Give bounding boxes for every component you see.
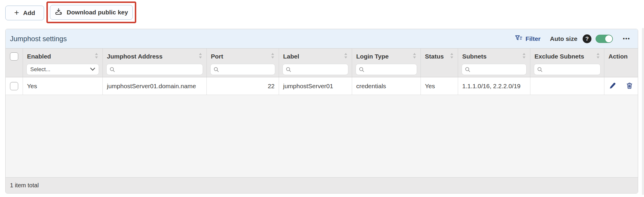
header-cell-action: Action	[604, 49, 638, 77]
column-label-label: Label	[283, 53, 299, 60]
column-label-enabled: Enabled	[27, 53, 51, 60]
download-button-label: Download public key	[67, 9, 128, 16]
sort-icon[interactable]	[450, 52, 454, 61]
header-cell-status: Status	[421, 49, 458, 77]
sort-icon[interactable]	[522, 52, 526, 61]
cell-status: Yes	[421, 77, 458, 95]
delete-button[interactable]	[625, 81, 634, 91]
port-filter-input[interactable]	[210, 64, 275, 75]
header-cell-label: Label	[279, 49, 352, 77]
filter-icon	[515, 34, 522, 43]
header-cell-jumphost-address: Jumphost Address	[103, 49, 207, 77]
autosize-toggle[interactable]	[596, 35, 613, 43]
sort-icon[interactable]	[344, 52, 348, 61]
sort-icon[interactable]	[271, 52, 275, 61]
column-label-port: Port	[211, 53, 223, 60]
cell-subnets: 1.1.1.0/16, 2.2.2.0/19	[458, 77, 530, 95]
cell-enabled: Yes	[23, 77, 103, 95]
exclude-subnets-filter-input[interactable]	[534, 64, 601, 75]
add-button-label: Add	[23, 9, 35, 16]
cell-label: jumphostServer01	[279, 77, 352, 95]
plus-icon: +	[14, 9, 19, 17]
header-cell-port: Port	[207, 49, 279, 77]
more-menu-icon[interactable]: •••	[623, 36, 630, 42]
header-cell-exclude-subnets: Exclude Subnets	[530, 49, 604, 77]
subnets-filter-input[interactable]	[462, 64, 527, 75]
table-empty-body	[6, 95, 638, 177]
header-cell-login-type: Login Type	[352, 49, 421, 77]
panel-titlebar: Jumphost settings Filter Auto size ?	[6, 29, 638, 48]
download-public-key-button[interactable]: Download public key	[50, 5, 133, 20]
select-placeholder: Select...	[30, 66, 51, 73]
table-header-row: Enabled Select... Jumphost Ad	[6, 48, 638, 77]
help-icon[interactable]: ?	[583, 34, 591, 43]
column-label-action: Action	[608, 53, 628, 60]
column-label-status: Status	[425, 53, 444, 60]
enabled-filter-select[interactable]: Select...	[26, 64, 99, 75]
cell-login-type: credentials	[352, 77, 421, 95]
sort-icon[interactable]	[199, 52, 202, 61]
page-scrollbar[interactable]	[642, 28, 644, 195]
autosize-label: Auto size	[550, 35, 577, 42]
table-row: Yes jumphostServer01.domain.name 22 jump…	[6, 77, 638, 95]
pencil-icon	[609, 82, 616, 90]
titlebar-controls: Filter Auto size ? •••	[515, 34, 630, 43]
header-cell-subnets: Subnets	[458, 49, 530, 77]
row-checkbox[interactable]	[10, 82, 18, 90]
column-label-login-type: Login Type	[356, 53, 389, 60]
chevron-down-icon	[90, 67, 95, 72]
toggle-knob	[605, 35, 612, 42]
column-label-exclude-subnets: Exclude Subnets	[534, 53, 584, 60]
header-cell-select-all	[6, 49, 23, 77]
sort-icon[interactable]	[413, 52, 416, 61]
table-footer: 1 item total	[6, 177, 638, 193]
sort-icon[interactable]	[95, 52, 98, 61]
cell-port: 22	[207, 77, 279, 95]
sort-icon[interactable]	[596, 52, 600, 61]
panel-title: Jumphost settings	[10, 35, 67, 43]
cell-jumphost-address: jumphostServer01.domain.name	[103, 77, 207, 95]
screen: + Add Download public key Jumphost setti…	[0, 0, 644, 197]
column-label-subnets: Subnets	[462, 53, 487, 60]
filter-button[interactable]: Filter	[515, 34, 540, 43]
jumphost-settings-panel: Jumphost settings Filter Auto size ?	[5, 29, 638, 193]
select-all-checkbox[interactable]	[10, 52, 18, 61]
cell-exclude-subnets	[530, 77, 604, 95]
jumphost-address-filter-input[interactable]	[106, 64, 203, 75]
header-cell-enabled: Enabled Select...	[23, 49, 103, 77]
label-filter-input[interactable]	[283, 64, 348, 75]
row-select-cell	[6, 77, 23, 95]
edit-button[interactable]	[608, 81, 617, 91]
login-type-filter-input[interactable]	[356, 64, 417, 75]
item-total-text: 1 item total	[10, 182, 39, 189]
add-button[interactable]: + Add	[5, 6, 44, 20]
column-label-jumphost-address: Jumphost Address	[107, 53, 162, 60]
filter-label: Filter	[525, 35, 540, 42]
download-icon	[55, 8, 63, 17]
trash-icon	[626, 82, 633, 90]
cell-action	[604, 77, 638, 95]
